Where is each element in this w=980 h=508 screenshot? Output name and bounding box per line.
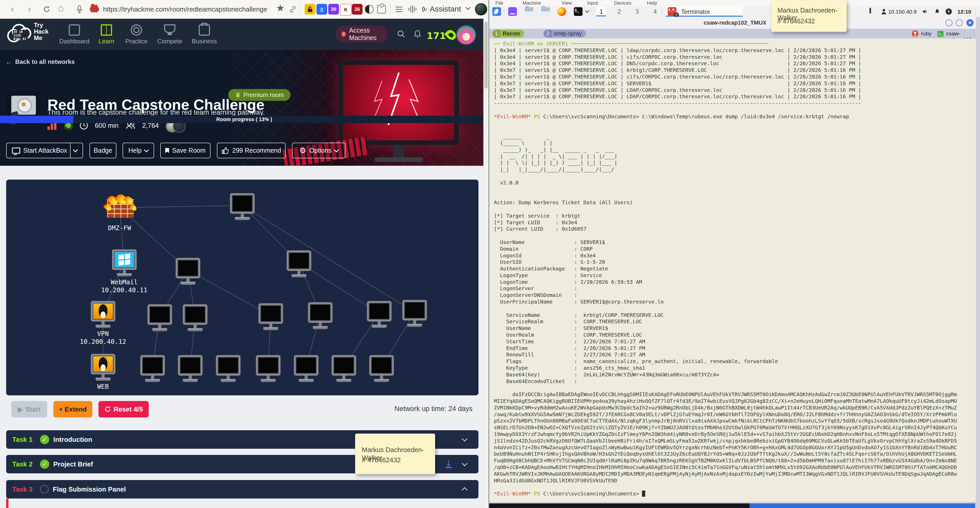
nav-practice[interactable]: Practice <box>120 23 153 45</box>
access-machines-button[interactable]: Access Machines <box>336 25 388 43</box>
home-icon[interactable]: ⌂ <box>58 2 64 14</box>
menu-machine[interactable]: Machine <box>523 0 541 6</box>
microphone-icon[interactable] <box>74 4 84 14</box>
bookmark-star-icon[interactable]: ★ <box>276 2 285 14</box>
menu-input[interactable]: Input <box>587 0 598 6</box>
attackbox-caret-icon[interactable] <box>73 147 78 152</box>
menu-icon[interactable] <box>394 4 404 14</box>
sticky-note-left[interactable]: Markus Dachroeden-Walker # 476462432 <box>355 433 435 474</box>
network-tray-icon[interactable] <box>870 8 876 14</box>
reload-icon[interactable] <box>41 4 52 14</box>
network-node-pc[interactable] <box>256 355 280 382</box>
maximize-button[interactable] <box>956 19 963 26</box>
terminator-label[interactable]: Terminator <box>681 8 710 15</box>
menu-file[interactable]: File <box>495 0 503 6</box>
task2-download-icon[interactable]: ↓ <box>445 460 452 468</box>
chevron-down-icon[interactable] <box>465 5 471 10</box>
menu-devices[interactable]: Devices <box>614 0 632 6</box>
workspace-4[interactable]: 4 <box>650 7 660 16</box>
power-manager-icon[interactable] <box>946 8 952 14</box>
task-row-3[interactable]: Task 3 Flag Submission Panel <box>6 480 479 498</box>
terminal-launcher-icon[interactable]: $_ <box>574 7 582 16</box>
network-node-pc[interactable] <box>308 302 332 329</box>
network-node-pc[interactable] <box>367 301 391 328</box>
network-node-pc[interactable] <box>176 258 200 285</box>
network-node-pc[interactable] <box>331 355 356 382</box>
workspace-2[interactable]: 2 <box>614 7 624 16</box>
extensions-puzzle-icon[interactable] <box>376 4 387 14</box>
network-reset-button[interactable]: Reset 4/5 <box>99 401 149 417</box>
save-room-button[interactable]: Save Room <box>160 143 210 158</box>
assistant-label[interactable]: Assistant <box>430 5 461 13</box>
network-extend-button[interactable]: + Extend <box>53 401 92 417</box>
network-node-pc[interactable] <box>287 250 311 277</box>
badge-button[interactable]: Badge <box>89 143 116 158</box>
network-start-button[interactable]: ▶ Start <box>11 401 47 417</box>
extension-k-icon[interactable]: K <box>340 4 352 16</box>
url-input[interactable]: https://tryhackme.com/room/redteamcapsto… <box>103 5 267 13</box>
network-node-pc[interactable] <box>183 304 207 331</box>
firefox-icon[interactable] <box>557 7 566 16</box>
volume-icon[interactable] <box>922 8 928 14</box>
network-node-pc[interactable] <box>216 355 240 382</box>
browser-profile-avatar[interactable] <box>475 3 487 15</box>
kali-menu-icon[interactable] <box>492 7 501 16</box>
network-node-pc[interactable] <box>402 300 427 327</box>
tmux-tab-recon[interactable]: 1Recon <box>492 30 524 37</box>
network-node-pc[interactable] <box>294 355 318 382</box>
recommend-button[interactable]: 299 Recommend <box>217 143 286 158</box>
folder-icon[interactable] <box>525 7 533 16</box>
task1-chevron-down-icon[interactable] <box>462 436 468 442</box>
terminal-titlebar[interactable]: csaw-redcap102_TMUX ✕ <box>489 17 980 29</box>
network-node-dmz-fw[interactable]: DMZ-FW <box>107 195 132 218</box>
network-node-pc[interactable] <box>230 193 255 220</box>
network-node-webmail[interactable]: WebMail 10.200.40.11 <box>112 249 137 276</box>
task2-chevron-down-icon[interactable] <box>462 460 468 467</box>
extension-badge-26-icon[interactable]: 26 <box>352 4 363 14</box>
notifications-bell-icon[interactable] <box>934 8 940 14</box>
start-attackbox-button[interactable]: Start AttackBox <box>6 143 83 158</box>
assistant-icon[interactable] <box>420 4 430 14</box>
nav-dashboard[interactable]: Dashboard <box>58 23 91 45</box>
extension-contrast-icon[interactable] <box>364 4 374 14</box>
thm-logo-icon[interactable]: 10 10 1110 0101 01 <box>7 22 32 40</box>
minimize-button[interactable] <box>945 19 953 26</box>
workspace-1[interactable]: 1 <box>597 7 606 16</box>
scrollbar-thumb[interactable] <box>484 22 488 89</box>
browser-scrollbar[interactable] <box>483 19 488 508</box>
nav-learn[interactable]: Learn <box>90 23 123 45</box>
workspace-3[interactable]: 3 <box>632 7 642 16</box>
back-icon[interactable]: ‹ <box>11 3 14 15</box>
network-node-pc[interactable] <box>140 355 165 382</box>
options-button[interactable]: ⚙ Options <box>292 143 345 158</box>
terminal-body[interactable]: ── Evil-WinRM on SERVER1 ───────────────… <box>491 38 977 502</box>
task3-chevron-up-icon[interactable] <box>462 487 468 493</box>
folder-icon-2[interactable] <box>541 7 550 16</box>
search-icon[interactable] <box>396 29 406 39</box>
thm-logo-text[interactable]: Try Hack Me <box>34 22 48 41</box>
back-to-networks-link[interactable]: ← Back to all networks <box>6 58 75 65</box>
extension-authenticator-icon[interactable]: ▯ <box>317 4 327 14</box>
sticky-note-right[interactable]: Markus Dachroeden-Walker # 476462432 <box>771 0 847 32</box>
help-button[interactable]: Help <box>123 143 154 158</box>
bell-icon[interactable] <box>412 29 423 39</box>
tmux-tab-smtp-spray[interactable]: 2smtp-spray <box>544 30 586 37</box>
extension-badge-30-icon[interactable]: 30 <box>328 4 339 14</box>
forward-icon[interactable]: › <box>28 3 31 15</box>
vpn-user-tray-icon[interactable] <box>881 8 887 14</box>
close-button[interactable]: ✕ <box>966 19 974 26</box>
window-app-icon[interactable] <box>508 7 517 16</box>
network-node-web[interactable]: WEB <box>91 354 115 381</box>
network-node-vpn[interactable]: VPN 10.200.40.12 <box>91 301 115 328</box>
voice-wave-icon[interactable] <box>407 4 417 14</box>
thm-user-avatar[interactable] <box>456 25 476 45</box>
menu-view[interactable]: View <box>562 0 572 6</box>
streak-count[interactable]: 171 <box>427 30 446 41</box>
network-node-pc[interactable] <box>258 303 283 330</box>
nav-compete[interactable]: Compete <box>153 23 186 45</box>
network-node-pc[interactable] <box>369 355 394 382</box>
extension-lock-icon[interactable] <box>305 4 315 14</box>
menu-help[interactable]: Help <box>647 0 657 6</box>
network-node-pc[interactable] <box>148 304 172 331</box>
launcher-caret-icon[interactable] <box>585 9 590 13</box>
